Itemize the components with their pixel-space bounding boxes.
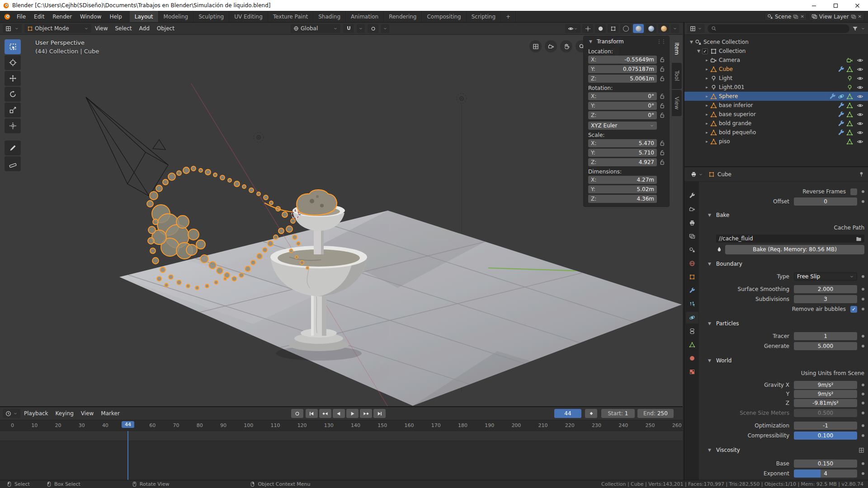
current-frame-field[interactable]: 44 [554,409,581,418]
animate-dot[interactable] [862,190,864,193]
animate-dot[interactable] [862,462,864,465]
lock-icon[interactable] [659,75,665,82]
disclosure-icon[interactable]: ▸ [703,130,710,135]
dimensions-y-field[interactable]: Y:5.02m [588,185,657,193]
frame-start-field[interactable]: Start:1 [601,409,635,418]
gizmos-toggle-button[interactable] [582,24,593,33]
outliner-row-light[interactable]: ▸ Light [684,74,868,83]
tab-scene[interactable] [686,244,698,256]
mode-dropdown[interactable]: Object Mode [24,24,91,33]
view-layer-selector[interactable]: View Layer ✕ [809,12,864,21]
rotation-mode-dropdown[interactable]: XYZ Euler [588,122,657,130]
lock-icon[interactable] [659,112,665,118]
animate-dot[interactable] [862,412,864,414]
tab-object[interactable] [686,271,698,283]
shading-solid-button[interactable] [633,24,644,33]
lock-icon[interactable] [659,102,665,109]
world-section-header[interactable]: ▼ World [706,356,864,365]
properties-editor-type-dropdown[interactable] [688,170,706,179]
gravity-x-field[interactable]: 9m/s² [794,381,857,389]
tool-scale[interactable] [5,103,21,117]
workspace-tab-uv-editing[interactable]: UV Editing [229,11,268,22]
viscosity-base-field[interactable]: 0.150 [794,460,857,468]
visibility-eye-icon[interactable] [857,75,863,82]
bake-button[interactable]: Bake (Req. Memory: 80.56 MB) [725,245,864,254]
unlink-scene-icon[interactable]: ✕ [800,14,804,19]
location-z-field[interactable]: Z:5.0061m [588,75,657,83]
workspace-tab-compositing[interactable]: Compositing [422,11,466,22]
animate-dot[interactable] [862,275,864,278]
tab-tool[interactable]: Tool [672,63,682,89]
visibility-eye-icon[interactable] [857,102,863,109]
animate-dot[interactable] [862,434,864,437]
outliner-row-camera[interactable]: ▸ Camera [684,56,868,65]
timeline-tracks[interactable] [0,431,683,480]
surface-smoothing-field[interactable]: 2.000 [794,285,857,293]
overlays-toggle-button[interactable] [595,24,606,33]
menu-render[interactable]: Render [48,11,76,22]
cache-path-field[interactable]: //cache_fluid [716,235,864,243]
tool-cursor[interactable] [5,55,21,70]
animate-dot[interactable] [862,384,864,386]
tool-move[interactable] [5,71,21,86]
tab-object-data[interactable] [686,339,698,351]
drag-handle-icon[interactable]: ⋮⋮ [656,38,665,45]
scale-x-field[interactable]: X:5.470 [588,139,657,147]
proportional-editing-button[interactable] [368,24,378,33]
toggle-grid-button[interactable] [529,40,542,52]
tool-select-box[interactable] [5,39,21,54]
disclosure-icon[interactable]: ▼ [688,40,695,44]
outliner-row-base-superior[interactable]: ▸ base superior [684,110,868,119]
tab-item[interactable]: Item [672,36,682,62]
lock-icon[interactable] [659,56,665,63]
snapping-dropdown[interactable] [357,24,365,33]
particles-section-header[interactable]: ▼ Particles [706,319,864,328]
compressibility-slider[interactable]: 0.100 [794,432,857,440]
shading-material-button[interactable] [646,24,656,33]
chevron-down-icon[interactable] [861,26,865,31]
disclosure-icon[interactable]: ▸ [703,76,710,80]
remove-view-layer-icon[interactable]: ✕ [858,14,862,19]
outliner-row-piso[interactable]: ▸ piso [684,137,868,146]
outliner-row-bold-grande[interactable]: ▸ bold grande [684,119,868,128]
scene-size-field[interactable]: 0.500 [794,409,857,417]
menu-select[interactable]: Select [111,25,135,32]
folder-icon[interactable] [856,236,862,242]
jump-to-start-button[interactable] [306,409,318,418]
animate-dot[interactable] [862,424,864,427]
menu-edit[interactable]: Edit [30,11,48,22]
disclosure-icon[interactable]: ▸ [703,139,710,144]
tool-measure[interactable] [5,156,21,171]
animate-dot[interactable] [862,308,864,310]
boundary-type-dropdown[interactable]: Free Slip [794,272,857,281]
animate-dot[interactable] [862,288,864,291]
animate-dot[interactable] [862,472,864,475]
workspace-tab-rendering[interactable]: Rendering [384,11,422,22]
disclosure-icon[interactable]: ▸ [703,94,710,99]
disclosure-icon[interactable]: ▸ [703,58,710,62]
tab-particles[interactable] [686,298,698,310]
maximize-button[interactable] [825,0,846,11]
dimensions-z-field[interactable]: Z:4.36m [588,195,657,203]
disclosure-icon[interactable]: ▸ [703,67,710,71]
play-button[interactable] [346,409,359,418]
lock-icon[interactable] [659,149,665,156]
tab-tool[interactable] [686,190,698,202]
outliner-row-light-001[interactable]: ▸ Light.001 [684,83,868,92]
viscosity-section-header[interactable]: ▼ Viscosity [706,446,864,455]
scale-y-field[interactable]: Y:5.710 [588,149,657,157]
workspace-tab-shading[interactable]: Shading [313,11,346,22]
subdivisions-field[interactable]: 3 [794,295,857,303]
outliner-row-sphere[interactable]: ▸ Sphere [684,92,868,101]
transform-orientation-dropdown[interactable]: Global [291,24,340,33]
new-scene-icon[interactable] [793,14,798,19]
timeline-editor-type-dropdown[interactable] [3,409,20,418]
viscosity-presets-icon[interactable] [859,447,864,453]
scene-selector[interactable]: Scene ✕ [764,12,807,21]
tab-render[interactable] [686,203,698,215]
remove-air-bubbles-checkbox[interactable]: ✓ [850,306,857,313]
pin-icon[interactable] [859,171,864,177]
playhead-frame-badge[interactable]: 44 [122,421,134,428]
menu-view-timeline[interactable]: View [77,410,97,417]
visibility-eye-icon[interactable] [857,93,863,100]
